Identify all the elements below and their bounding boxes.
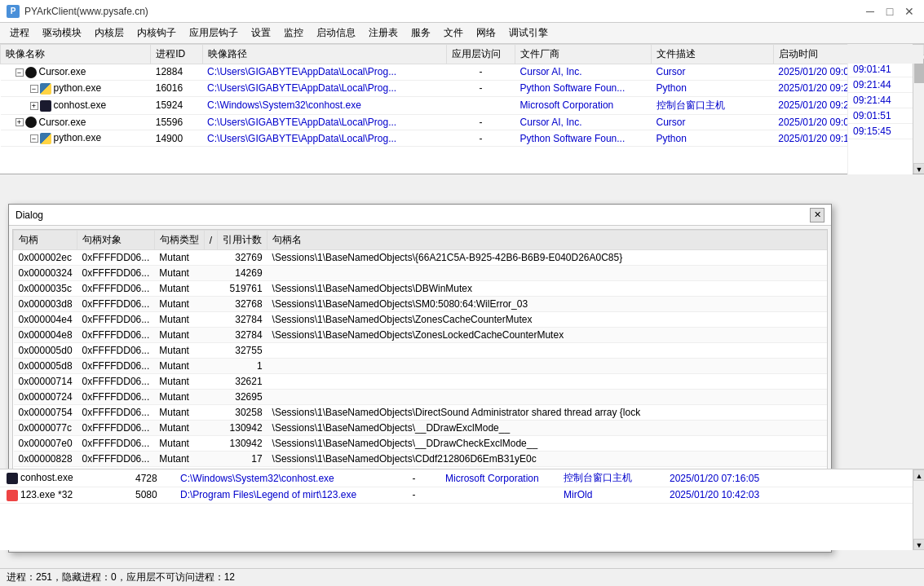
main-vscrollbar[interactable]: ▲ ▼: [913, 469, 924, 550]
col-vendor: 文件厂商: [515, 45, 652, 64]
dialog-table-row[interactable]: 0x000007e00xFFFFDD06...Mutant130942\Sess…: [14, 436, 829, 452]
process-vendor: Python Software Foun...: [515, 80, 652, 96]
process-desc: Cursor: [652, 114, 774, 130]
main-scroll-down[interactable]: ▼: [913, 539, 924, 550]
process-vendor: [440, 487, 559, 504]
main-scroll-up[interactable]: ▲: [913, 469, 924, 481]
col-type: 句柄类型: [154, 231, 204, 250]
process-path: C:\Windows\System32\conhost.exe: [202, 96, 446, 114]
dialog-table-row[interactable]: 0x000002ec0xFFFFDD06...Mutant32769\Sessi…: [14, 250, 829, 266]
dialog-table-row[interactable]: 0x000007540xFFFFDD06...Mutant30258\Sessi…: [14, 405, 829, 421]
expand-arrow[interactable]: +: [15, 118, 24, 126]
dialog-cell-slash: [204, 297, 217, 312]
dialog-cell-obj: 0xFFFFDD06...: [77, 297, 155, 312]
dialog-cell-obj: 0xFFFFDD06...: [77, 250, 155, 266]
dialog-table-row[interactable]: 0x000007140xFFFFDD06...Mutant32621: [14, 374, 829, 390]
minimize-button[interactable]: ─: [862, 3, 878, 20]
maximize-button[interactable]: □: [882, 3, 898, 20]
process-desc: Python: [652, 130, 774, 147]
menu-bar: 进程驱动模块内核层内核钩子应用层钩子设置监控启动信息注册表服务文件网络调试引擎: [0, 23, 924, 44]
dialog-cell-handle: 0x000005d8: [14, 359, 77, 374]
table-row[interactable]: +conhost.exe15924C:\Windows\System32\con…: [1, 96, 924, 114]
table-row[interactable]: +Cursor.exe15596C:\Users\GIGABYTE\AppDat…: [1, 114, 924, 130]
dialog-cell-type: Mutant: [154, 436, 204, 452]
dialog-cell-name: \Sessions\1\BaseNamedObjects\DBWinMutex: [267, 281, 828, 297]
menu-item-驱动模块[interactable]: 驱动模块: [36, 24, 88, 42]
menu-item-内核层[interactable]: 内核层: [88, 24, 130, 42]
close-button[interactable]: ✕: [901, 3, 917, 20]
dialog-cell-handle: 0x000007e0: [14, 436, 77, 452]
expand-arrow[interactable]: −: [15, 68, 24, 77]
menu-item-文件[interactable]: 文件: [437, 24, 470, 42]
menu-item-启动信息[interactable]: 启动信息: [310, 24, 362, 42]
bottom-process-body: conhost.exe4728C:\Windows\System32\conho…: [0, 469, 924, 503]
table-row[interactable]: −Cursor.exe12884C:\Users\GIGABYTE\AppDat…: [1, 64, 924, 81]
menu-item-服务[interactable]: 服务: [405, 24, 437, 42]
dialog-table-row[interactable]: 0x000003d80xFFFFDD06...Mutant32768\Sessi…: [14, 297, 829, 312]
dialog-cell-handle: 0x00000754: [14, 405, 77, 421]
process-name: Cursor.exe: [39, 117, 86, 128]
dialog-table-row[interactable]: 0x000008280xFFFFDD06...Mutant17\Sessions…: [14, 452, 829, 467]
process-vendor: Cursor AI, Inc.: [515, 114, 652, 130]
title-bar-text: PYArkClient(www.pysafe.cn): [24, 6, 148, 17]
dialog-cell-refcount: 32768: [218, 297, 267, 312]
dialog-cell-name: \Sessions\1\BaseNamedObjects\__DDrawExcl…: [267, 421, 828, 436]
col-obj: 句柄对象: [77, 231, 155, 250]
bottom-process-table: conhost.exe4728C:\Windows\System32\conho…: [0, 469, 924, 504]
menu-item-网络[interactable]: 网络: [470, 24, 502, 42]
process-access: -: [446, 80, 515, 96]
dialog-table-row[interactable]: 0x000003240xFFFFDD06...Mutant14269: [14, 266, 829, 281]
dialog-cell-name: \Sessions\1\BaseNamedObjects\{66A21C5A-B…: [267, 250, 828, 266]
table-row[interactable]: 123.exe *325080D:\Program Files\Legend o…: [0, 487, 924, 504]
dialog-close-button[interactable]: ✕: [810, 208, 825, 223]
dialog-cell-slash: [204, 374, 217, 390]
dialog-cell-slash: [204, 312, 217, 328]
dialog-table-row[interactable]: 0x000005d00xFFFFDD06...Mutant32755: [14, 343, 829, 359]
table-row[interactable]: conhost.exe4728C:\Windows\System32\conho…: [0, 469, 924, 487]
dialog-cell-handle: 0x000002ec: [14, 250, 77, 266]
dialog-cell-type: Mutant: [154, 328, 204, 343]
dialog-cell-type: Mutant: [154, 343, 204, 359]
expand-arrow[interactable]: −: [30, 134, 38, 143]
dialog-table-row[interactable]: 0x0000035c0xFFFFDD06...Mutant519761\Sess…: [14, 281, 829, 297]
scrollbar-down[interactable]: ▼: [913, 163, 924, 174]
expand-arrow[interactable]: −: [30, 85, 38, 93]
dialog-cell-type: Mutant: [154, 312, 204, 328]
dialog-table-row[interactable]: 0x000004e80xFFFFDD06...Mutant32784\Sessi…: [14, 328, 829, 343]
dialog-cell-handle: 0x00000724: [14, 390, 77, 405]
menu-item-应用层钩子[interactable]: 应用层钩子: [183, 24, 245, 42]
dialog-cell-handle: 0x000004e4: [14, 312, 77, 328]
col-refcount: 引用计数: [218, 231, 267, 250]
menu-item-注册表[interactable]: 注册表: [362, 24, 405, 42]
dialog-table-row[interactable]: 0x000007240xFFFFDD06...Mutant32695: [14, 390, 829, 405]
menu-item-内核钩子[interactable]: 内核钩子: [130, 24, 183, 42]
process-access: -: [387, 487, 440, 504]
col-handlename: 句柄名: [267, 231, 828, 250]
cursor-icon: [25, 117, 37, 128]
process-vendor: Microsoft Corporation: [515, 96, 652, 114]
expand-arrow[interactable]: +: [30, 102, 38, 110]
dialog-cell-name: \Sessions\1\BaseNamedObjects\DirectSound…: [267, 405, 828, 421]
menu-item-设置[interactable]: 设置: [245, 24, 277, 42]
menu-item-监控[interactable]: 监控: [277, 24, 310, 42]
process-table-container: 映像名称 进程ID 映像路径 应用层访问 文件厂商 文件描述 启动时间 −Cur…: [0, 44, 924, 174]
process-table: 映像名称 进程ID 映像路径 应用层访问 文件厂商 文件描述 启动时间 −Cur…: [0, 44, 924, 147]
process-access: [446, 96, 515, 114]
dialog-table-row[interactable]: 0x000005d80xFFFFDD06...Mutant1: [14, 359, 829, 374]
process-access: -: [387, 469, 440, 487]
menu-item-调试引擎[interactable]: 调试引擎: [502, 24, 555, 42]
dialog-cell-slash: [204, 281, 217, 297]
dialog-table-row[interactable]: 0x0000077c0xFFFFDD06...Mutant130942\Sess…: [14, 421, 829, 436]
table-row[interactable]: −python.exe14900C:\Users\GIGABYTE\AppDat…: [1, 130, 924, 147]
dialog-cell-slash: [204, 266, 217, 281]
dialog-cell-handle: 0x00000714: [14, 374, 77, 390]
conhost-icon: [7, 473, 18, 484]
dialog-cell-refcount: 32769: [218, 250, 267, 266]
right-time-3: 09:21:44: [848, 93, 913, 108]
table-row[interactable]: −python.exe16016C:\Users\GIGABYTE\AppDat…: [1, 80, 924, 96]
process-desc: Cursor: [652, 64, 774, 81]
process-name: python.exe: [54, 82, 102, 94]
menu-item-进程[interactable]: 进程: [3, 24, 36, 42]
dialog-cell-refcount: 32784: [218, 328, 267, 343]
dialog-table-row[interactable]: 0x000004e40xFFFFDD06...Mutant32784\Sessi…: [14, 312, 829, 328]
